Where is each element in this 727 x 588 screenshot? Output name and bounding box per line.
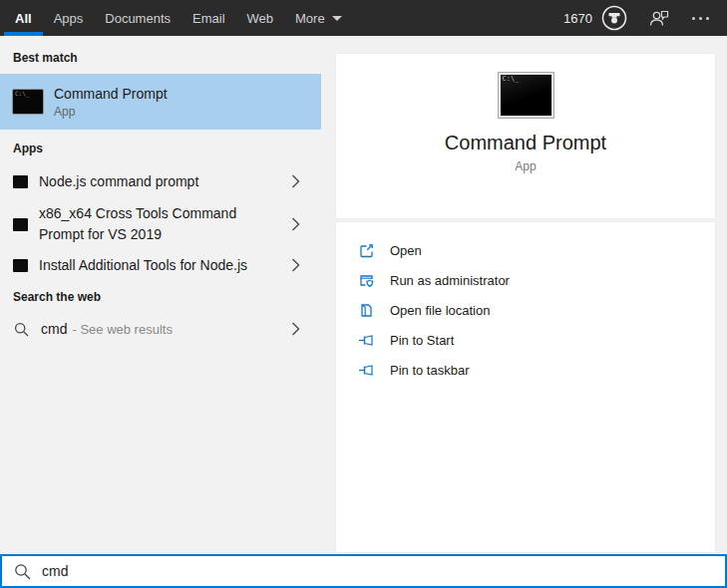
header-right-cluster: 1670 bbox=[563, 0, 727, 36]
rewards-button[interactable]: 1670 bbox=[563, 4, 628, 32]
app-result-title: x86_x64 Cross Tools Command Prompt for V… bbox=[39, 203, 251, 245]
app-result-title: Install Additional Tools for Node.js bbox=[39, 255, 247, 276]
app-result-install-additional-tools[interactable]: Install Additional Tools for Node.js bbox=[0, 250, 321, 280]
best-match-result-command-prompt[interactable]: C:\_ Command Prompt App bbox=[0, 74, 321, 130]
rewards-medal-icon bbox=[600, 4, 628, 32]
preview-subtitle: App bbox=[336, 159, 715, 173]
preview-header-card: C:\_ Command Prompt App bbox=[336, 54, 715, 218]
command-prompt-large-icon: C:\_ bbox=[498, 72, 554, 119]
preview-actions-card: Open Run as administrator Open file loca… bbox=[336, 222, 715, 552]
app-result-nodejs-command-prompt[interactable]: Node.js command prompt bbox=[0, 166, 321, 196]
open-icon bbox=[358, 242, 375, 259]
action-label: Open bbox=[390, 243, 422, 258]
tab-email[interactable]: Email bbox=[182, 0, 236, 36]
action-label: Pin to Start bbox=[390, 333, 454, 348]
results-panel: Best match C:\_ Command Prompt App Apps … bbox=[0, 36, 321, 552]
tab-more[interactable]: More bbox=[284, 0, 353, 36]
best-match-text: Command Prompt App bbox=[54, 86, 168, 119]
more-options-button[interactable] bbox=[690, 13, 711, 24]
filter-tabs: All Apps Documents Email Web More bbox=[0, 0, 353, 36]
search-header: All Apps Documents Email Web More 1670 bbox=[0, 0, 727, 36]
chevron-right-icon[interactable] bbox=[287, 216, 303, 232]
best-match-heading: Best match bbox=[0, 36, 321, 65]
best-match-title: Command Prompt bbox=[54, 86, 168, 102]
taskbar-search-box[interactable] bbox=[0, 554, 727, 588]
file-location-icon bbox=[358, 302, 375, 319]
app-result-title: Node.js command prompt bbox=[39, 171, 198, 192]
action-pin-to-taskbar[interactable]: Pin to taskbar bbox=[336, 355, 715, 385]
feedback-button[interactable] bbox=[648, 8, 670, 28]
search-icon bbox=[14, 563, 31, 580]
tab-apps[interactable]: Apps bbox=[43, 0, 95, 36]
best-match-subtitle: App bbox=[54, 105, 168, 119]
apps-heading: Apps bbox=[0, 130, 321, 155]
pin-icon bbox=[358, 332, 375, 349]
action-label: Run as administrator bbox=[390, 273, 510, 288]
tab-all[interactable]: All bbox=[4, 0, 43, 36]
terminal-app-icon bbox=[13, 175, 28, 188]
search-input[interactable] bbox=[42, 563, 640, 579]
pin-icon bbox=[358, 362, 375, 379]
chevron-right-icon[interactable] bbox=[287, 173, 303, 189]
terminal-app-icon bbox=[13, 259, 28, 272]
chevron-right-icon[interactable] bbox=[287, 321, 303, 337]
tab-web[interactable]: Web bbox=[236, 0, 285, 36]
action-open[interactable]: Open bbox=[336, 235, 715, 265]
preview-title: Command Prompt bbox=[336, 132, 715, 154]
terminal-app-icon bbox=[13, 218, 28, 231]
action-label: Pin to taskbar bbox=[390, 363, 470, 378]
tab-more-label: More bbox=[295, 11, 325, 26]
action-label: Open file location bbox=[390, 303, 490, 318]
web-result-cmd[interactable]: cmd - See web results bbox=[0, 314, 321, 344]
action-open-file-location[interactable]: Open file location bbox=[336, 295, 715, 325]
action-run-as-administrator[interactable]: Run as administrator bbox=[336, 265, 715, 295]
action-pin-to-start[interactable]: Pin to Start bbox=[336, 325, 715, 355]
chevron-right-icon[interactable] bbox=[287, 257, 303, 273]
web-result-query: cmd bbox=[41, 321, 67, 337]
rewards-points: 1670 bbox=[563, 11, 592, 26]
web-result-suffix: - See web results bbox=[72, 322, 172, 337]
app-result-x86-x64-cross-tools[interactable]: x86_x64 Cross Tools Command Prompt for V… bbox=[0, 203, 321, 245]
chevron-down-icon bbox=[332, 16, 342, 21]
search-the-web-heading: Search the web bbox=[0, 280, 321, 304]
run-admin-shield-icon bbox=[358, 272, 375, 289]
command-prompt-icon: C:\_ bbox=[12, 89, 44, 115]
search-icon bbox=[14, 322, 29, 337]
tab-documents[interactable]: Documents bbox=[94, 0, 182, 36]
